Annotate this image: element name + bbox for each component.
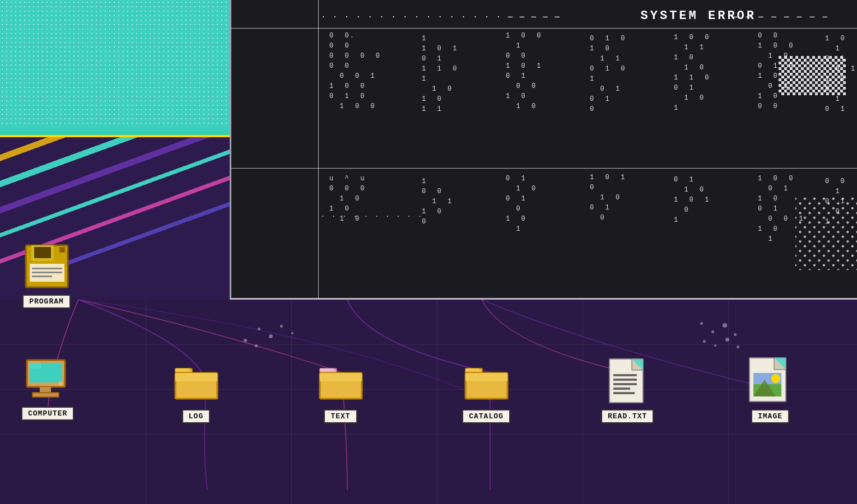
binary-col-2: 11 0 10 11 1 01 1 01 01 1 — [422, 34, 458, 114]
svg-rect-13 — [59, 247, 65, 253]
svg-rect-18 — [40, 387, 51, 393]
computer-icon[interactable]: COMPUTER — [21, 353, 74, 421]
screen-dashes-right: ─ ─ ─ ─ ─ ─ ─ ─ — [733, 12, 829, 21]
svg-rect-32 — [320, 373, 362, 381]
log-folder-image — [171, 356, 221, 406]
svg-rect-38 — [465, 373, 507, 381]
floppy-disk-image — [21, 241, 72, 291]
desk-vline-2 — [291, 300, 292, 504]
svg-rect-49 — [613, 388, 630, 390]
text-folder-image — [315, 356, 366, 406]
readtxt-icon[interactable]: READ.TXT — [601, 356, 654, 423]
program-label: PROGRAM — [22, 295, 71, 309]
desktop-floor — [0, 300, 857, 504]
desk-vline-3 — [437, 300, 437, 504]
computer-label: COMPUTER — [21, 407, 74, 421]
log-label: LOG — [182, 409, 210, 423]
monitor-screen: SYSTEM ERROR ─ ─ ─ ─ ─ ─ ─ ─ · · · · · ·… — [230, 0, 857, 300]
svg-rect-4 — [795, 197, 857, 270]
catalog-folder-icon[interactable]: CATALOG — [461, 356, 511, 423]
svg-rect-26 — [175, 373, 217, 381]
binary-col-lower-2: 10 0 1 11 00 — [422, 176, 453, 227]
binary-col-3: 1 0 0 10 01 0 10 1 0 01 0 1 0 — [506, 31, 542, 111]
svg-rect-10 — [32, 268, 62, 269]
catalog-label: CATALOG — [462, 409, 510, 423]
svg-rect-48 — [613, 383, 637, 385]
image-icon[interactable]: IMAGE — [745, 356, 795, 423]
screen-dashes-left: · · · · · · · · · · · · · · · · ─ ─ ─ ─ … — [321, 12, 561, 21]
diagonal-dot-pattern — [795, 197, 851, 264]
binary-col-lower-4: 1 0 10 1 00 1 0 — [590, 172, 626, 223]
desk-vline-1 — [146, 300, 146, 504]
screen-scatter-text: · · · · · · · · · · — [321, 213, 423, 220]
svg-rect-8 — [34, 247, 51, 258]
document-image — [602, 356, 653, 406]
log-folder-icon[interactable]: LOG — [171, 356, 221, 423]
text-folder-icon[interactable]: TEXT — [315, 356, 366, 423]
svg-point-21 — [58, 381, 63, 386]
teal-header-panel — [0, 0, 230, 148]
svg-rect-39 — [465, 368, 479, 371]
binary-col-lower-5: 0 1 1 01 0 1 01 — [674, 175, 710, 225]
svg-rect-17 — [30, 363, 41, 368]
screen-hline-2 — [231, 28, 857, 29]
svg-rect-27 — [175, 368, 189, 371]
svg-rect-50 — [613, 392, 635, 394]
text-label: TEXT — [324, 409, 357, 423]
svg-point-60 — [771, 374, 780, 383]
svg-rect-47 — [613, 379, 637, 381]
program-icon[interactable]: PROGRAM — [21, 241, 72, 309]
svg-rect-11 — [32, 272, 62, 273]
binary-col-4: 0 1 01 0 1 10 1 01 0 10 10 — [590, 34, 626, 114]
image-file-image — [745, 356, 795, 406]
binary-col-1: 0 0.0 00 0 0 00 0 0 0 11 0 00 1 0 1 0 0 — [329, 31, 381, 111]
svg-rect-2 — [779, 56, 846, 95]
desk-vline-5 — [728, 300, 729, 504]
svg-rect-46 — [613, 374, 637, 376]
svg-rect-12 — [32, 276, 52, 277]
binary-col-5: 1 0 0 1 11 0 1 01 1 00 1 1 01 — [674, 32, 710, 113]
checker-pattern — [779, 56, 846, 101]
computer-image — [22, 353, 73, 403]
binary-col-lower-3: 0 1 1 00 1 01 0 1 — [506, 174, 537, 234]
catalog-folder-image — [461, 356, 511, 406]
svg-rect-19 — [32, 393, 59, 397]
svg-rect-33 — [320, 368, 334, 371]
readtxt-label: READ.TXT — [601, 409, 654, 423]
desk-vline-4 — [583, 300, 583, 504]
screen-vline-1 — [318, 0, 319, 298]
image-label: IMAGE — [751, 409, 789, 423]
screen-hline-1 — [231, 168, 857, 169]
